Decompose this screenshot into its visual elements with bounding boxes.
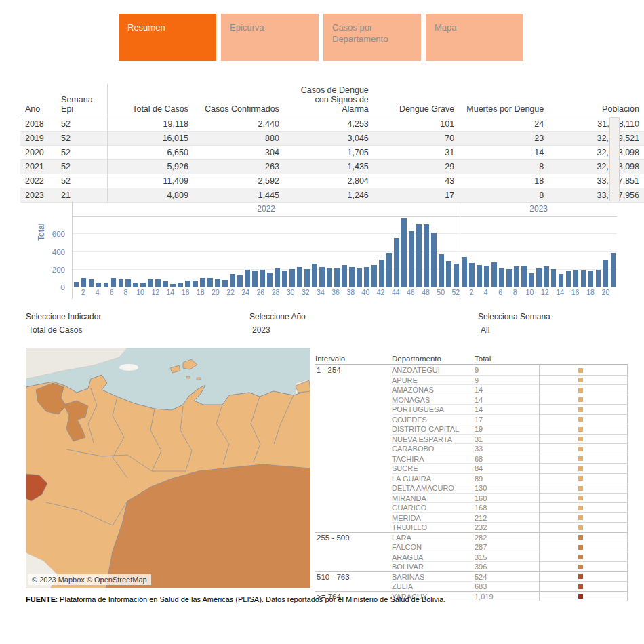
bar-2022-week-37[interactable] xyxy=(342,265,347,287)
color-square-mark[interactable] xyxy=(578,506,583,510)
tab-casos-por-departamento[interactable]: Casos por Departamento xyxy=(323,14,421,61)
bar-2022-week-3[interactable] xyxy=(89,279,94,287)
tab-resumen[interactable]: Resumen xyxy=(119,14,216,61)
bar-2023-week-20[interactable] xyxy=(603,260,609,287)
bar-2022-week-41[interactable] xyxy=(371,265,377,287)
bar-2022-week-38[interactable] xyxy=(349,267,355,287)
color-square-mark[interactable] xyxy=(578,555,583,559)
bar-2022-week-44[interactable] xyxy=(394,238,399,288)
color-square-mark[interactable] xyxy=(578,437,583,441)
color-square-mark[interactable] xyxy=(578,427,583,432)
bar-2022-week-2[interactable] xyxy=(81,278,87,287)
bar-2022-week-15[interactable] xyxy=(178,283,183,287)
bar-2022-week-45[interactable] xyxy=(401,218,407,287)
bar-2022-week-19[interactable] xyxy=(207,278,213,287)
bar-2023-week-17[interactable] xyxy=(581,270,586,287)
bar-2022-week-13[interactable] xyxy=(163,281,168,287)
bar-2022-week-28[interactable] xyxy=(275,268,280,287)
bar-2022-week-7[interactable] xyxy=(119,279,124,287)
color-square-mark[interactable] xyxy=(578,535,583,540)
bar-2022-week-8[interactable] xyxy=(125,279,131,287)
bar-2022-week-51[interactable] xyxy=(446,261,451,287)
bar-2022-week-39[interactable] xyxy=(357,268,362,287)
bar-2022-week-21[interactable] xyxy=(222,280,228,287)
bar-2022-week-30[interactable] xyxy=(289,269,295,287)
color-square-mark[interactable] xyxy=(578,388,583,393)
bar-2022-week-42[interactable] xyxy=(379,260,384,287)
bar-2022-week-12[interactable] xyxy=(155,279,161,287)
color-square-mark[interactable] xyxy=(578,407,583,412)
bar-2022-week-11[interactable] xyxy=(148,279,153,287)
choropleth-map[interactable]: © 2023 Mapbox © OpenStreetMap xyxy=(26,348,310,588)
bar-2023-week-13[interactable] xyxy=(551,269,557,287)
bar-2022-week-33[interactable] xyxy=(312,264,317,287)
bar-2022-week-18[interactable] xyxy=(200,278,205,287)
color-square-mark[interactable] xyxy=(578,594,583,599)
bar-2022-week-26[interactable] xyxy=(260,270,265,287)
bar-2022-week-4[interactable] xyxy=(96,283,102,287)
bar-2023-week-9[interactable] xyxy=(521,266,527,287)
bar-2022-week-25[interactable] xyxy=(252,271,258,287)
color-square-mark[interactable] xyxy=(578,584,583,589)
color-square-mark[interactable] xyxy=(578,417,583,422)
bar-2023-week-15[interactable] xyxy=(566,271,571,287)
bar-2022-week-24[interactable] xyxy=(245,270,250,287)
bar-2023-week-6[interactable] xyxy=(499,268,504,287)
bar-2023-week-16[interactable] xyxy=(573,270,579,287)
filter-indicator-value[interactable]: Total de Casos xyxy=(26,325,101,335)
color-square-mark[interactable] xyxy=(578,456,583,461)
color-square-mark[interactable] xyxy=(578,368,583,373)
filter-week-value[interactable]: All xyxy=(478,325,550,335)
color-square-mark[interactable] xyxy=(578,378,583,382)
bar-2022-week-29[interactable] xyxy=(282,271,287,287)
bar-2023-week-10[interactable] xyxy=(529,273,534,287)
bar-2023-week-2[interactable] xyxy=(469,263,475,287)
filter-year-value[interactable]: 2023 xyxy=(249,325,306,335)
bar-2022-week-1[interactable] xyxy=(74,282,79,287)
tab-mapa[interactable]: Mapa xyxy=(426,14,523,61)
bar-2023-week-19[interactable] xyxy=(596,270,601,287)
bar-2022-week-20[interactable] xyxy=(215,279,220,287)
bar-2022-week-14[interactable] xyxy=(170,284,176,287)
bar-2022-week-49[interactable] xyxy=(431,233,437,287)
bar-2022-week-5[interactable] xyxy=(104,283,109,287)
color-square-mark[interactable] xyxy=(578,515,583,520)
bar-2023-week-1[interactable] xyxy=(462,257,467,287)
color-square-mark[interactable] xyxy=(578,476,583,481)
bar-2022-week-17[interactable] xyxy=(193,281,198,288)
tab-epicurva[interactable]: Epicurva xyxy=(221,14,319,61)
color-square-mark[interactable] xyxy=(578,525,583,530)
bar-2022-week-46[interactable] xyxy=(409,231,414,287)
bar-2022-week-50[interactable] xyxy=(439,254,444,287)
bar-2022-week-9[interactable] xyxy=(133,283,138,287)
bar-2023-week-7[interactable] xyxy=(506,269,512,287)
bar-2023-week-8[interactable] xyxy=(514,266,519,288)
bar-2022-week-16[interactable] xyxy=(185,281,190,288)
bar-2022-week-22[interactable] xyxy=(230,274,235,287)
bar-2022-week-43[interactable] xyxy=(386,253,392,287)
color-square-mark[interactable] xyxy=(578,565,583,569)
bar-2023-week-4[interactable] xyxy=(484,266,489,287)
color-square-mark[interactable] xyxy=(578,397,583,402)
bar-2023-week-14[interactable] xyxy=(559,274,564,287)
bar-2023-week-11[interactable] xyxy=(536,268,542,287)
map-attribution[interactable]: © 2023 Mapbox © OpenStreetMap xyxy=(28,574,151,585)
bar-2022-week-6[interactable] xyxy=(111,278,117,287)
bar-2022-week-34[interactable] xyxy=(319,267,325,287)
bar-2023-week-5[interactable] xyxy=(491,262,497,287)
color-square-mark[interactable] xyxy=(578,545,583,550)
bar-2023-week-18[interactable] xyxy=(588,271,594,287)
bar-2022-week-40[interactable] xyxy=(364,267,369,287)
bar-2022-week-52[interactable] xyxy=(454,264,459,287)
bar-2023-week-3[interactable] xyxy=(477,265,482,287)
bar-2022-week-10[interactable] xyxy=(140,283,146,287)
bar-2022-week-23[interactable] xyxy=(237,275,243,287)
bar-2023-week-12[interactable] xyxy=(544,266,549,287)
bar-2022-week-32[interactable] xyxy=(304,269,310,287)
bar-2023-week-21[interactable] xyxy=(611,253,616,287)
color-square-mark[interactable] xyxy=(578,574,583,579)
color-square-mark[interactable] xyxy=(578,486,583,491)
color-square-mark[interactable] xyxy=(578,496,583,500)
color-square-mark[interactable] xyxy=(578,466,583,471)
bar-2022-week-36[interactable] xyxy=(334,268,340,287)
